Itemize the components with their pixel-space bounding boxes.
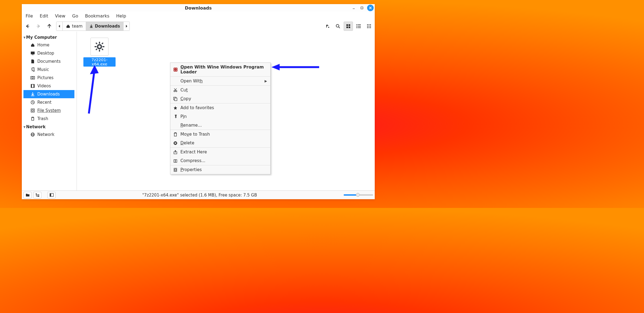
- svg-rect-48: [101, 48, 103, 50]
- menu-bookmarks[interactable]: Bookmarks: [83, 13, 111, 19]
- sidebar-item-recent[interactable]: Recent: [23, 98, 74, 106]
- wine-icon: [173, 67, 178, 72]
- sidebar-item-trash[interactable]: Trash: [23, 115, 74, 123]
- cut-icon: [173, 88, 178, 93]
- executable-icon: [90, 38, 108, 56]
- sidebar-icon: [50, 193, 54, 197]
- trash-icon: [173, 132, 178, 137]
- cm-label: Move to Trash: [180, 132, 267, 137]
- music-icon: [31, 67, 35, 72]
- compact-view-button[interactable]: [364, 22, 374, 31]
- svg-rect-1: [361, 7, 363, 9]
- cm-cut[interactable]: Cut: [170, 86, 270, 94]
- cm-open-with[interactable]: Open With ▶: [170, 77, 270, 85]
- cm-rename[interactable]: Rename...: [170, 121, 270, 130]
- menu-edit[interactable]: Edit: [38, 13, 50, 19]
- compact-icon: [367, 24, 371, 28]
- extract-icon: [173, 150, 178, 154]
- pin-icon: [173, 114, 178, 119]
- cm-properties[interactable]: Properties: [170, 165, 270, 174]
- menubar: File Edit View Go Bookmarks Help: [22, 12, 375, 21]
- svg-point-69: [174, 169, 176, 171]
- section-header-network[interactable]: ▼ Network: [23, 124, 74, 130]
- sidebar-item-network[interactable]: Network: [23, 130, 74, 139]
- statusbar: "7z2201-x64.exe" selected (1.6 MB), Free…: [22, 190, 375, 199]
- arrow-right-icon: [36, 23, 41, 29]
- back-button[interactable]: [23, 22, 32, 31]
- menu-file[interactable]: File: [24, 13, 35, 19]
- search-button[interactable]: [333, 22, 343, 31]
- svg-point-38: [32, 110, 34, 111]
- compress-icon: [173, 159, 178, 163]
- svg-marker-71: [271, 64, 280, 70]
- arrow-left-icon: [25, 23, 30, 29]
- svg-rect-51: [174, 68, 177, 71]
- cm-add-favorites[interactable]: Add to favorites: [170, 103, 270, 112]
- svg-rect-44: [99, 50, 100, 52]
- toolbar-right: [323, 22, 374, 31]
- sidebar-item-desktop[interactable]: Desktop: [23, 49, 74, 57]
- cm-open-with-wine[interactable]: Open With Wine Windows Program Loader: [170, 63, 270, 76]
- close-button[interactable]: [367, 5, 374, 11]
- section-header-computer[interactable]: ▼ My Computer: [23, 34, 74, 41]
- file-pane[interactable]: 7z2201-x64.exe Open With Wine Windows Pr…: [77, 32, 375, 190]
- sidebar-item-pictures[interactable]: Pictures: [23, 74, 74, 82]
- cm-delete[interactable]: Delete: [170, 139, 270, 147]
- sidebar-item-downloads[interactable]: Downloads: [23, 90, 74, 98]
- forward-button[interactable]: [34, 22, 43, 31]
- svg-rect-29: [31, 52, 35, 54]
- sidebar-item-music[interactable]: Music: [23, 65, 74, 74]
- icon-view-button[interactable]: [344, 22, 353, 31]
- zoom-slider[interactable]: [344, 194, 373, 196]
- zoom-thumb[interactable]: [356, 193, 360, 197]
- treeview-button[interactable]: [33, 192, 41, 198]
- sidebar-section-network: ▼ Network Network: [22, 123, 77, 139]
- toggle-location-icon: [325, 24, 330, 29]
- menu-go[interactable]: Go: [71, 13, 80, 19]
- minimize-button[interactable]: [351, 5, 357, 11]
- list-view-button[interactable]: [354, 22, 363, 31]
- svg-rect-21: [369, 24, 370, 25]
- chevron-down-icon: ▼: [23, 126, 26, 129]
- svg-rect-61: [175, 98, 177, 101]
- maximize-button[interactable]: [359, 5, 365, 11]
- annotation-arrow-horizontal: [271, 63, 319, 71]
- cm-move-to-trash[interactable]: Move to Trash: [170, 130, 270, 139]
- toggle-location-button[interactable]: [323, 22, 332, 31]
- svg-rect-46: [102, 46, 104, 47]
- breadcrumb-current[interactable]: Downloads: [86, 22, 124, 31]
- menu-help[interactable]: Help: [114, 13, 128, 19]
- arrow-up-icon: [47, 23, 52, 29]
- home-icon: [31, 43, 35, 47]
- star-icon: [173, 106, 178, 110]
- svg-rect-45: [95, 46, 96, 47]
- download-icon: [31, 92, 35, 96]
- cm-copy[interactable]: Copy: [170, 94, 270, 103]
- places-button[interactable]: [23, 192, 32, 198]
- breadcrumb-next[interactable]: [123, 22, 129, 31]
- svg-rect-74: [36, 193, 37, 194]
- grid-icon: [346, 24, 350, 28]
- up-button[interactable]: [45, 22, 54, 31]
- svg-point-52: [174, 68, 175, 69]
- svg-point-53: [176, 68, 177, 69]
- breadcrumb-prev[interactable]: [56, 22, 63, 31]
- svg-rect-28: [370, 27, 371, 28]
- chevron-right-icon: ▶: [265, 79, 267, 83]
- breadcrumb-home[interactable]: team: [63, 22, 86, 31]
- cm-pin[interactable]: Pin: [170, 112, 270, 121]
- sidebar-item-videos[interactable]: Videos: [23, 82, 74, 90]
- file-item-7z[interactable]: 7z2201-x64.exe: [83, 38, 116, 67]
- cm-extract-here[interactable]: Extract Here: [170, 148, 270, 156]
- cm-label: Cut: [180, 88, 267, 93]
- cm-compress[interactable]: Compress...: [170, 156, 270, 165]
- svg-rect-16: [356, 26, 357, 27]
- svg-rect-24: [369, 26, 370, 27]
- show-sidebar-button[interactable]: [47, 192, 56, 198]
- sidebar-item-documents[interactable]: Documents: [23, 57, 74, 65]
- svg-point-56: [174, 90, 175, 92]
- menu-view[interactable]: View: [53, 13, 67, 19]
- chevron-down-icon: ▼: [23, 36, 26, 39]
- sidebar-item-home[interactable]: Home: [23, 41, 74, 49]
- sidebar-item-filesystem[interactable]: File System: [23, 106, 74, 115]
